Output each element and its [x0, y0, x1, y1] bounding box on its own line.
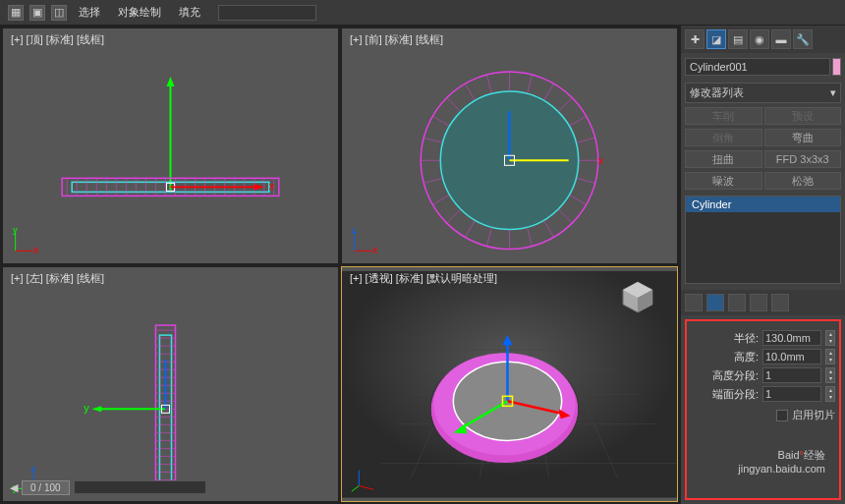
viewport-perspective[interactable]: [+] [透视] [标准] [默认明暗处理] — [341, 266, 678, 503]
svg-text:x: x — [372, 245, 377, 255]
cap-segs-input[interactable]: 1 — [762, 386, 821, 402]
cap-segs-label: 端面分段: — [691, 387, 759, 402]
viewport-left[interactable]: [+] [左] [标准] [线框] y zy — [2, 266, 339, 503]
modifier-stack[interactable]: Cylinder — [685, 196, 841, 284]
main-toolbar: ▦ ▣ ◫ 选择 对象绘制 填充 — [0, 0, 845, 26]
svg-line-58 — [465, 84, 475, 100]
viewport-top[interactable]: [+] [顶] [标准] [线框] x yx — [2, 28, 339, 264]
remove-modifier-icon[interactable] — [750, 294, 767, 311]
svg-line-46 — [544, 220, 554, 237]
spinner-buttons[interactable]: ▴▾ — [825, 349, 835, 364]
object-color-swatch[interactable] — [832, 58, 841, 76]
height-label: 高度: — [691, 350, 759, 364]
make-unique-icon[interactable] — [728, 294, 746, 311]
svg-line-44 — [570, 195, 587, 204]
time-track[interactable] — [74, 480, 206, 494]
create-tab-icon[interactable]: ✚ — [685, 29, 704, 49]
svg-text:y: y — [84, 402, 89, 414]
modifier-list-label: 修改器列表 — [690, 85, 744, 100]
modifier-button[interactable]: FFD 3x3x3 — [764, 150, 842, 168]
svg-line-52 — [432, 195, 449, 204]
fill-label: 填充 — [179, 5, 200, 20]
svg-line-51 — [446, 208, 461, 223]
svg-text:x: x — [598, 154, 604, 166]
modifier-button[interactable]: 松弛 — [764, 172, 842, 190]
object-paint-label: 对象绘制 — [118, 5, 161, 20]
radius-label: 半径: — [691, 331, 759, 346]
time-thumb[interactable]: 0 / 100 — [22, 480, 70, 495]
parameters-rollout: 半径: 130.0mm ▴▾ 高度: 10.0mm ▴▾ 高度分段: 1 ▴▾ … — [685, 319, 841, 500]
select-label: 选择 — [79, 5, 100, 20]
height-segs-input[interactable]: 1 — [762, 367, 821, 383]
prev-frame-icon[interactable]: ◀ — [10, 481, 18, 494]
hierarchy-tab-icon[interactable]: ▤ — [728, 29, 748, 49]
modify-tab-icon[interactable]: ◪ — [706, 29, 726, 49]
modifier-button[interactable]: 噪波 — [685, 172, 762, 190]
svg-line-53 — [423, 178, 442, 183]
svg-marker-92 — [91, 406, 101, 412]
tool-icon[interactable]: ▦ — [8, 5, 24, 21]
show-end-result-icon[interactable] — [706, 294, 724, 311]
svg-text:x: x — [33, 245, 38, 255]
height-input[interactable]: 10.0mm — [762, 349, 821, 364]
viewport-front[interactable]: [+] [前] [标准] [线框] x zx — [341, 28, 678, 264]
svg-line-49 — [486, 227, 491, 246]
svg-line-38 — [544, 84, 554, 100]
svg-line-47 — [528, 227, 533, 246]
modifier-button[interactable]: 预设 — [764, 107, 842, 125]
svg-line-125 — [352, 486, 359, 492]
pin-stack-icon[interactable] — [685, 294, 703, 311]
spinner-buttons[interactable]: ▴▾ — [825, 386, 835, 402]
chevron-down-icon: ▾ — [830, 86, 836, 99]
svg-line-39 — [558, 97, 573, 112]
viewport-label[interactable]: [+] [顶] [标准] [线框] — [11, 32, 104, 47]
spinner-buttons[interactable]: ▴▾ — [825, 330, 835, 346]
tool-icon[interactable]: ▣ — [29, 5, 45, 21]
svg-line-41 — [577, 138, 595, 142]
viewport-label[interactable]: [+] [左] [标准] [线框] — [11, 271, 104, 286]
modifier-button[interactable]: 扭曲 — [685, 150, 762, 168]
modifier-button[interactable]: 弯曲 — [764, 129, 842, 146]
svg-line-124 — [359, 486, 373, 490]
svg-line-55 — [423, 138, 442, 142]
svg-marker-1 — [166, 77, 174, 86]
modifier-button[interactable]: 倒角 — [685, 129, 762, 146]
spinner-buttons[interactable]: ▴▾ — [825, 367, 835, 383]
svg-line-37 — [528, 75, 533, 93]
svg-text:y: y — [13, 228, 19, 235]
svg-line-40 — [570, 116, 587, 126]
stack-item-cylinder[interactable]: Cylinder — [686, 196, 840, 212]
height-segs-label: 高度分段: — [691, 368, 759, 383]
viewport-label[interactable]: [+] [透视] [标准] [默认明暗处理] — [350, 271, 497, 286]
svg-text:x: x — [269, 180, 275, 192]
time-slider[interactable]: ◀ 0 / 100 — [10, 478, 206, 496]
svg-line-56 — [432, 116, 449, 126]
slice-on-label: 启用切片 — [792, 408, 835, 422]
modifier-list-dropdown[interactable]: 修改器列表 ▾ — [685, 83, 841, 103]
svg-line-59 — [486, 75, 491, 93]
svg-marker-28 — [254, 184, 264, 190]
svg-text:z: z — [352, 228, 357, 235]
configure-sets-icon[interactable] — [771, 294, 789, 311]
viewcube-icon[interactable] — [618, 277, 657, 316]
display-tab-icon[interactable]: ▬ — [771, 29, 791, 49]
viewport-grid: [+] [顶] [标准] [线框] x yx [+] [前] [标准] [线框] — [0, 26, 680, 504]
motion-tab-icon[interactable]: ◉ — [750, 29, 769, 49]
svg-line-50 — [465, 220, 475, 237]
modifier-button[interactable]: 车削 — [685, 107, 762, 125]
command-panel: ✚ ◪ ▤ ◉ ▬ 🔧 修改器列表 ▾ 车削预设 倒角弯曲 扭曲FFD 3x3x… — [680, 26, 845, 504]
svg-line-57 — [446, 97, 461, 112]
viewport-label[interactable]: [+] [前] [标准] [线框] — [350, 32, 443, 47]
radius-input[interactable]: 130.0mm — [762, 330, 821, 346]
svg-text:z: z — [31, 466, 36, 473]
svg-line-43 — [577, 178, 595, 183]
object-name-input[interactable] — [685, 58, 830, 76]
utilities-tab-icon[interactable]: 🔧 — [793, 29, 813, 49]
slice-on-checkbox[interactable] — [776, 410, 788, 421]
svg-line-45 — [558, 208, 573, 223]
tool-icon[interactable]: ◫ — [51, 5, 67, 21]
fill-dropdown[interactable] — [218, 5, 316, 21]
panel-tabs: ✚ ◪ ▤ ◉ ▬ 🔧 — [681, 26, 845, 53]
